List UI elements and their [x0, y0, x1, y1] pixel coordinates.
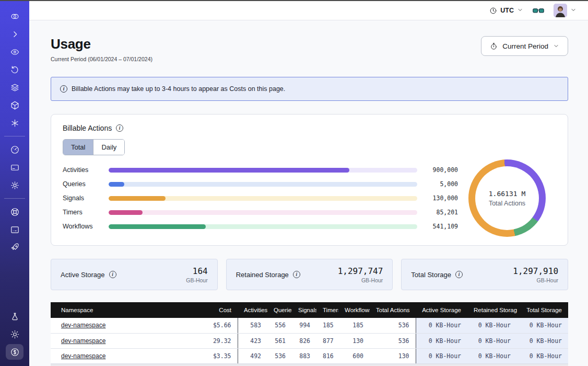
account-menu[interactable] [554, 4, 577, 17]
cell-active-storage: 0 KB-Hour [416, 333, 467, 348]
layers-icon[interactable] [6, 79, 23, 95]
billing-card-icon[interactable] [6, 159, 23, 175]
history-icon[interactable] [6, 62, 23, 77]
cell-total-actions: 536 [370, 333, 416, 348]
bar-track [109, 168, 417, 173]
active-storage-value: 164 [186, 266, 207, 276]
cell-active-storage: 0 KB-Hour [416, 348, 467, 363]
collapse-chevron-icon[interactable] [6, 26, 23, 42]
namespace-link[interactable]: dev-namespace [61, 352, 105, 360]
billable-chart: Activities900,000Queries5,000Signals130,… [63, 159, 556, 237]
info-icon[interactable]: i [293, 271, 300, 278]
page-title: Usage [51, 36, 152, 52]
retained-storage-label: Retained Storage [236, 271, 289, 279]
total-storage-value: 1,297,910 [513, 266, 558, 276]
info-icon[interactable]: i [455, 271, 463, 278]
topbar: UTC [29, 1, 588, 20]
bar-value: 85,201 [417, 209, 458, 216]
active-storage-label: Active Storage [61, 271, 105, 279]
sidebar-divider [4, 136, 25, 136]
theme-sun-icon[interactable] [6, 326, 23, 342]
cell-total-storage: 0 KB-Hour [517, 333, 568, 348]
cell-total-storage: 0 KB-Hour [517, 348, 568, 363]
rocket-icon[interactable] [6, 239, 23, 255]
info-banner: i Billable Actions may take up to 3-4 ho… [51, 77, 568, 101]
tab-daily[interactable]: Daily [93, 140, 124, 155]
namespaces-eye-icon[interactable] [6, 44, 23, 60]
namespace-cell: dev-namespace [51, 348, 200, 363]
bar-row-queries: Queries5,000 [63, 180, 458, 189]
bar-value: 541,109 [417, 223, 458, 230]
period-dropdown-button[interactable]: Current Period [481, 36, 568, 56]
pricing-coin-icon[interactable] [6, 344, 23, 360]
donut-chart: 1.66131 M Total Actions [468, 159, 546, 237]
bar-track [109, 196, 417, 201]
info-icon[interactable]: i [109, 271, 116, 278]
support-lifebuoy-icon[interactable] [6, 204, 23, 220]
timezone-selector[interactable]: UTC [489, 7, 523, 15]
cell-timers: 185 [316, 318, 338, 333]
bar-track [109, 224, 417, 229]
col-header-signals: Signals [292, 302, 316, 318]
active-storage-unit: GB-Hour [186, 277, 207, 283]
storage-summary-row: Active Storagei 164GB-Hour Retained Stor… [51, 259, 568, 290]
glasses-icon [533, 6, 544, 15]
cell-cost: $5.66 [200, 318, 238, 333]
chevron-down-icon [553, 43, 559, 49]
namespace-link[interactable]: dev-namespace [61, 337, 105, 345]
bar-label: Workflows [63, 223, 109, 230]
usage-gauge-icon[interactable] [6, 142, 23, 157]
table-row: dev-namespace29.324235618268771305360 KB… [51, 333, 568, 348]
bar-row-timers: Timers85,201 [63, 208, 458, 217]
cell-total-actions: 130 [370, 348, 416, 363]
bar-row-workflows: Workflows541,109 [63, 222, 458, 231]
cell-signals: 826 [292, 333, 316, 348]
cell-timers: 816 [316, 348, 338, 363]
col-header-active-storage: Active Storage [416, 302, 467, 318]
cell-active-storage: 0 KB-Hour [416, 318, 467, 333]
page-content: Usage Current Period (06/01/2024 – 07/01… [29, 20, 588, 366]
billable-actions-title: Billable Actions i [63, 124, 556, 132]
info-icon: i [60, 85, 67, 93]
cell-total-actions: 536 [370, 318, 416, 333]
temporal-logo-icon[interactable] [6, 8, 23, 24]
cell-queries: 561 [267, 333, 292, 348]
info-icon[interactable]: i [116, 124, 123, 132]
total-actions-label: Total Actions [489, 200, 525, 207]
bar-value: 900,000 [417, 166, 458, 174]
cell-retained-storage: 0 KB-Hour [467, 318, 517, 333]
namespace-link[interactable]: dev-namespace [61, 322, 105, 329]
settings-gear-icon[interactable] [6, 177, 23, 193]
donut-chart-area: 1.66131 M Total Actions [458, 159, 556, 237]
cube-icon[interactable] [6, 97, 23, 113]
timezone-label: UTC [500, 7, 514, 14]
docs-terminal-icon[interactable] [6, 222, 23, 237]
asterisk-icon[interactable] [6, 115, 23, 131]
lab-flask-icon[interactable] [6, 308, 23, 324]
sidebar [0, 1, 29, 366]
bar-label: Signals [63, 195, 109, 202]
total-actions-value: 1.66131 M [489, 190, 525, 198]
retained-storage-value: 1,297,747 [338, 266, 383, 276]
bar-label: Timers [63, 209, 109, 216]
bar-chart: Activities900,000Queries5,000Signals130,… [63, 161, 458, 236]
bar-row-signals: Signals130,000 [63, 194, 458, 203]
feedback-glasses-button[interactable] [533, 6, 544, 15]
cell-workflows: 185 [338, 318, 370, 333]
table-row: dev-namespace$5.665835569941851855360 KB… [51, 318, 568, 333]
period-dropdown-label: Current Period [502, 42, 548, 50]
cell-workflows: 600 [338, 348, 370, 363]
col-header-cost: Cost [200, 302, 238, 318]
cell-signals: 883 [292, 348, 316, 363]
table-row: dev-namespace$3.354925368838166001300 KB… [51, 348, 568, 363]
namespace-cell: dev-namespace [51, 318, 200, 333]
tab-total[interactable]: Total [63, 140, 93, 155]
page-header: Usage Current Period (06/01/2024 – 07/01… [51, 36, 568, 62]
col-header-retained-storage: Retained Storage [467, 302, 517, 318]
cell-activities: 583 [238, 318, 267, 333]
col-header-queries: Queries [267, 302, 292, 318]
cell-queries: 556 [267, 318, 292, 333]
app-window: UTC [0, 0, 588, 366]
cell-activities: 492 [238, 348, 267, 363]
chevron-down-icon [570, 6, 577, 15]
